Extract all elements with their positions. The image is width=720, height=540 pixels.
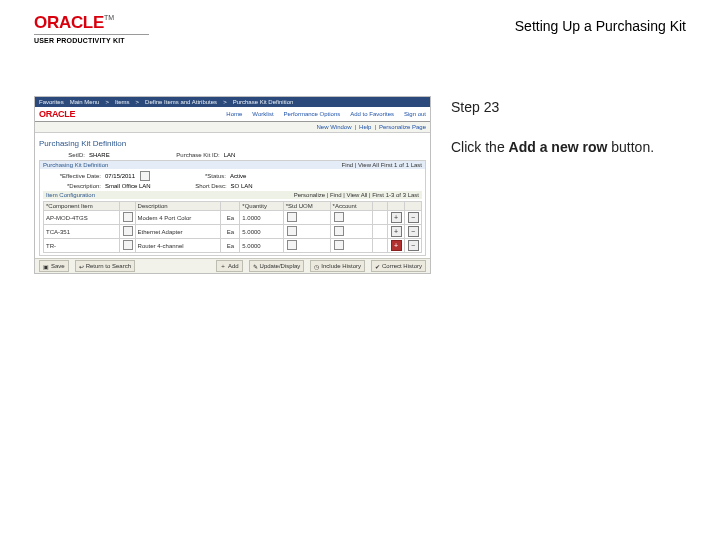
lookup-icon[interactable] (334, 226, 344, 236)
breadcrumb-bar: Favorites Main Menu > Items > Define Ite… (35, 97, 430, 107)
document-title: Setting Up a Purchasing Kit (515, 14, 686, 34)
section1-title: Purchasing Kit Definition (43, 162, 108, 168)
breadcrumb-items[interactable]: Items (115, 99, 130, 105)
breadcrumb-main[interactable]: Main Menu (70, 99, 100, 105)
effdate-value[interactable]: 07/15/2011 (105, 173, 135, 179)
embedded-app-screenshot: Favorites Main Menu > Items > Define Ite… (34, 96, 431, 274)
oracle-upk-logo: ORACLETM USER PRODUCTIVITY KIT (34, 14, 149, 44)
effdate-label: *Effective Date: (43, 173, 101, 179)
step-label: Step 23 (451, 96, 654, 118)
return-icon: ↩ (79, 263, 84, 270)
pencil-icon: ✎ (253, 263, 258, 270)
breadcrumb-favorites[interactable]: Favorites (39, 99, 64, 105)
breadcrumb-kit[interactable]: Purchase Kit Definition (233, 99, 294, 105)
setid-value: SHARE (89, 152, 110, 158)
section2-nav[interactable]: Personalize | Find | View All | First 1-… (294, 192, 419, 198)
delete-row-button[interactable]: − (408, 240, 419, 251)
add-row-button[interactable]: + (391, 212, 402, 223)
delete-row-button[interactable]: − (408, 226, 419, 237)
history-icon: ◷ (314, 263, 319, 270)
lookup-icon[interactable] (287, 226, 297, 236)
correct-icon: ✔ (375, 263, 380, 270)
table-row: AP-MOD-4TGS Modem 4 Port Color Ea 1.0000… (44, 211, 422, 225)
instruction-text: Click the Add a new row button. (451, 136, 654, 158)
link-fav[interactable]: Add to Favorites (350, 111, 394, 117)
desc-value[interactable]: Small Office LAN (105, 183, 151, 189)
link-signout[interactable]: Sign out (404, 111, 426, 117)
shortdesc-value[interactable]: SO LAN (231, 183, 253, 189)
correct-button[interactable]: ✔Correct History (371, 260, 426, 272)
link-help[interactable]: Help (359, 124, 371, 130)
status-value[interactable]: Active (230, 173, 246, 179)
lookup-icon[interactable] (123, 212, 133, 222)
add-row-button-highlighted[interactable]: + (391, 240, 402, 251)
lookup-icon[interactable] (287, 240, 297, 250)
oracle-brand: ORACLE (39, 109, 75, 119)
add-button[interactable]: ＋Add (216, 260, 243, 272)
breadcrumb-define[interactable]: Define Items and Attributes (145, 99, 217, 105)
instruction-panel: Step 23 Click the Add a new row button. (451, 96, 654, 177)
col-acct: *Account (330, 202, 372, 211)
status-label: *Status: (180, 173, 226, 179)
page-title: Purchasing Kit Definition (39, 139, 426, 148)
add-row-button[interactable]: + (391, 226, 402, 237)
kit-id-label: Purchase Kit ID: (150, 152, 220, 158)
link-worklist[interactable]: Worklist (252, 111, 273, 117)
calendar-icon[interactable] (140, 171, 150, 181)
history-button[interactable]: ◷Include History (310, 260, 365, 272)
col-item: *Component Item (44, 202, 120, 211)
col-desc: Description (135, 202, 221, 211)
link-personalize[interactable]: Personalize Page (379, 124, 426, 130)
lookup-icon[interactable] (287, 212, 297, 222)
plus-icon: ＋ (220, 262, 226, 271)
lookup-icon[interactable] (123, 240, 133, 250)
shortdesc-label: Short Desc: (181, 183, 227, 189)
table-row: TR- Router 4-channel Ea 5.0000 + − (44, 239, 422, 253)
desc-label: *Description: (43, 183, 101, 189)
item-config-table: *Component Item Description *Quantity *S… (43, 201, 422, 253)
col-qty: *Quantity (240, 202, 283, 211)
lookup-icon[interactable] (123, 226, 133, 236)
table-row: TCA-351 Ethernet Adapter Ea 5.0000 + − (44, 225, 422, 239)
lookup-icon[interactable] (334, 240, 344, 250)
return-button[interactable]: ↩Return to Search (75, 260, 135, 272)
lookup-icon[interactable] (334, 212, 344, 222)
save-button[interactable]: ▣Save (39, 260, 69, 272)
delete-row-button[interactable]: − (408, 212, 419, 223)
section2-title: Item Configuration (46, 192, 95, 198)
save-icon: ▣ (43, 263, 49, 270)
link-perf[interactable]: Performance Options (284, 111, 341, 117)
col-uom: *Std UOM (283, 202, 330, 211)
link-home[interactable]: Home (226, 111, 242, 117)
setid-label: SetID: (39, 152, 85, 158)
update-button[interactable]: ✎Update/Display (249, 260, 305, 272)
section1-nav[interactable]: Find | View All First 1 of 1 Last (342, 162, 422, 168)
kit-id-value: LAN (224, 152, 236, 158)
link-new-window[interactable]: New Window (316, 124, 351, 130)
